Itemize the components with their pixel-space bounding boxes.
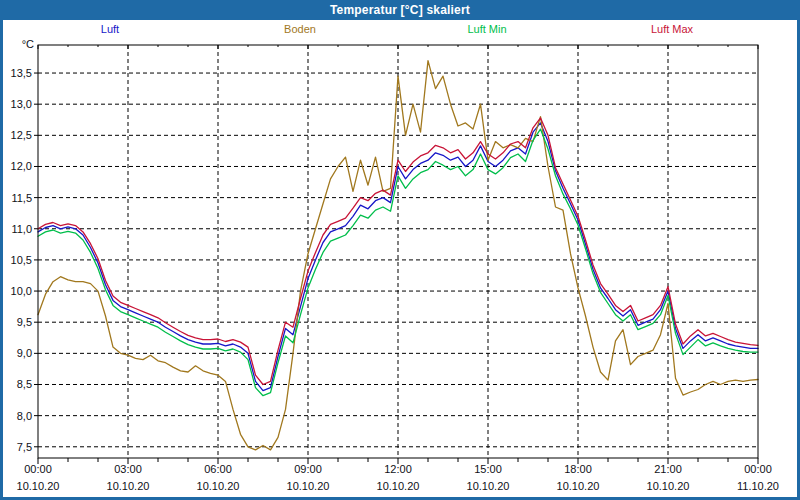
- x-tick-date: 10.10.20: [17, 480, 60, 492]
- x-tick-date: 10.10.20: [197, 480, 240, 492]
- y-axis-unit-label: °C: [22, 38, 34, 50]
- x-tick-date: 10.10.20: [287, 480, 330, 492]
- y-tick-label: 12,5: [11, 129, 32, 141]
- x-tick-time: 06:00: [204, 463, 232, 475]
- x-tick-date: 10.10.20: [377, 480, 420, 492]
- app-window: Temperatur [°C] skaliert LuftBodenLuft M…: [0, 0, 800, 500]
- x-tick-time: 09:00: [294, 463, 322, 475]
- x-tick-time: 18:00: [564, 463, 592, 475]
- y-tick-label: 10,0: [11, 285, 32, 297]
- y-tick-label: 8,5: [17, 378, 32, 390]
- y-tick-label: 13,5: [11, 67, 32, 79]
- x-tick-date: 10.10.20: [107, 480, 150, 492]
- y-tick-label: 10,5: [11, 254, 32, 266]
- y-tick-label: 8,0: [17, 410, 32, 422]
- y-tick-label: 12,0: [11, 160, 32, 172]
- x-tick-time: 00:00: [24, 463, 52, 475]
- window-title: Temperatur [°C] skaliert: [330, 3, 470, 17]
- y-tick-label: 7,5: [17, 441, 32, 453]
- x-tick-date: 10.10.20: [647, 480, 690, 492]
- chart-area: LuftBodenLuft MinLuft Max 7,58,08,59,09,…: [3, 20, 797, 497]
- x-tick-time: 15:00: [474, 463, 502, 475]
- window-titlebar[interactable]: Temperatur [°C] skaliert: [0, 0, 800, 20]
- x-tick-time: 00:00: [744, 463, 772, 475]
- y-tick-label: 9,0: [17, 347, 32, 359]
- x-tick-date: 10.10.20: [467, 480, 510, 492]
- x-tick-time: 21:00: [654, 463, 682, 475]
- temperature-chart: 7,58,08,59,09,510,010,511,011,512,012,51…: [3, 20, 797, 497]
- x-tick-date: 11.10.20: [737, 480, 779, 492]
- x-tick-time: 03:00: [114, 463, 142, 475]
- y-tick-label: 11,5: [11, 192, 32, 204]
- x-tick-date: 10.10.20: [557, 480, 600, 492]
- y-tick-label: 9,5: [17, 316, 32, 328]
- y-tick-label: 11,0: [11, 223, 32, 235]
- y-tick-label: 13,0: [11, 98, 32, 110]
- x-tick-time: 12:00: [384, 463, 412, 475]
